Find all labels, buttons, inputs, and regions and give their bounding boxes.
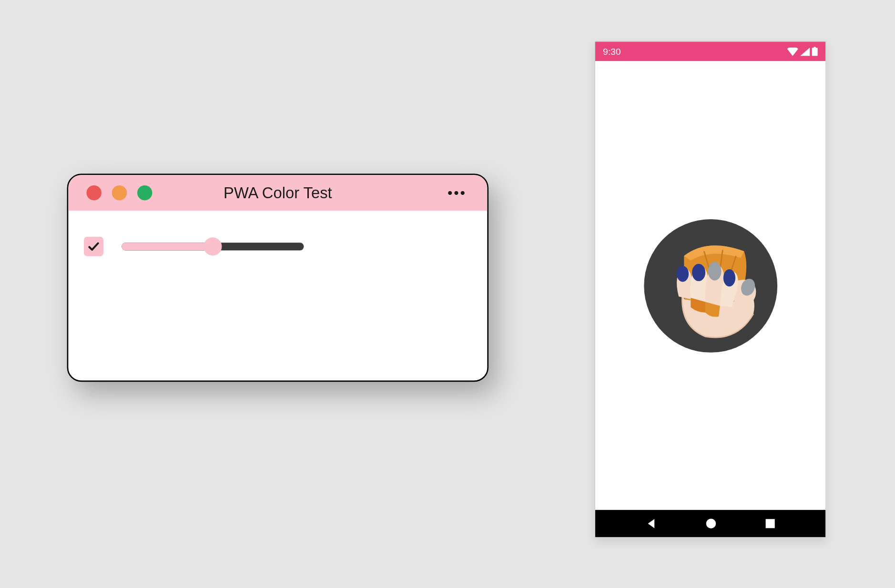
slider-fill (122, 243, 213, 250)
squoosh-hand-icon (644, 219, 777, 352)
recents-button[interactable] (765, 518, 775, 529)
svg-point-6 (723, 269, 735, 286)
wifi-icon (787, 47, 798, 56)
svg-rect-1 (814, 47, 816, 48)
app-icon (644, 219, 777, 352)
home-button[interactable] (705, 518, 717, 530)
status-bar: 9:30 (595, 41, 825, 61)
minimize-button[interactable] (112, 185, 127, 200)
maximize-button[interactable] (137, 185, 152, 200)
svg-rect-8 (766, 519, 775, 528)
status-bar-icons (787, 47, 818, 56)
desktop-pwa-window: PWA Color Test ••• (67, 173, 489, 382)
traffic-lights (87, 185, 153, 200)
svg-point-4 (692, 264, 705, 281)
slider-thumb[interactable] (203, 237, 222, 255)
window-titlebar[interactable]: PWA Color Test ••• (68, 175, 487, 211)
checkbox[interactable] (84, 237, 103, 256)
canvas: PWA Color Test ••• 9:30 (0, 0, 895, 588)
slider[interactable] (122, 237, 304, 255)
status-bar-time: 9:30 (603, 46, 620, 57)
check-icon (87, 240, 100, 253)
battery-icon (812, 47, 818, 56)
window-body (68, 211, 487, 282)
close-button[interactable] (87, 185, 102, 200)
signal-icon (800, 47, 810, 56)
svg-point-5 (708, 262, 721, 280)
more-horizontal-icon[interactable]: ••• (448, 184, 467, 201)
svg-point-7 (706, 519, 716, 528)
svg-rect-0 (812, 48, 818, 56)
phone-splash-screen (595, 61, 825, 510)
window-title: PWA Color Test (224, 184, 332, 202)
back-button[interactable] (645, 518, 657, 530)
android-nav-bar (595, 510, 825, 537)
svg-point-3 (676, 265, 688, 282)
android-phone: 9:30 (595, 41, 826, 538)
